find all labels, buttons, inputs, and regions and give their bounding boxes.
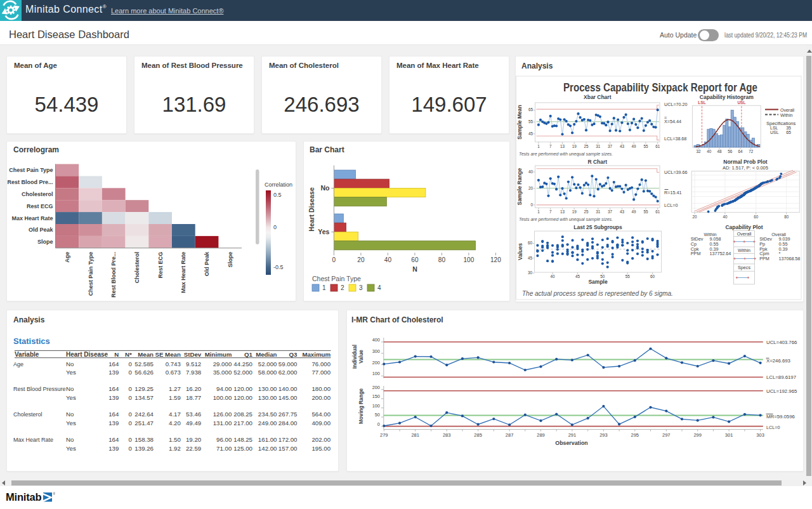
- svg-text:71.00: 71.00: [216, 445, 232, 452]
- svg-text:Overall: Overall: [737, 231, 752, 237]
- svg-text:234.50: 234.50: [258, 411, 277, 418]
- svg-text:0: 0: [273, 224, 277, 230]
- svg-text:297: 297: [662, 432, 671, 438]
- svg-text:UCL=70.20: UCL=70.20: [664, 102, 688, 107]
- svg-text:0: 0: [377, 421, 380, 427]
- svg-text:UCL=39.66: UCL=39.66: [664, 169, 688, 175]
- svg-text:251.47: 251.47: [134, 420, 154, 426]
- svg-text:PPM: PPM: [759, 256, 769, 261]
- svg-text:Moving Range: Moving Range: [358, 388, 364, 424]
- svg-text:45: 45: [575, 274, 580, 279]
- svg-text:LSL: LSL: [770, 126, 778, 130]
- svg-text:Old Peak: Old Peak: [29, 227, 54, 233]
- svg-text:USL: USL: [737, 100, 745, 105]
- svg-text:139: 139: [108, 420, 119, 426]
- svg-text:Yes: Yes: [66, 369, 76, 376]
- svg-text:1: 1: [537, 144, 540, 149]
- svg-text:0: 0: [128, 445, 132, 452]
- svg-text:48: 48: [717, 149, 722, 154]
- svg-text:Rest ECG: Rest ECG: [27, 203, 53, 209]
- svg-text:202.00: 202.00: [311, 436, 331, 443]
- svg-text:100: 100: [464, 256, 475, 263]
- svg-text:Chest Pain Type: Chest Pain Type: [312, 275, 361, 282]
- svg-text:Yes: Yes: [318, 228, 329, 235]
- svg-text:LCL=0: LCL=0: [664, 202, 678, 208]
- svg-text:200.00: 200.00: [311, 394, 331, 401]
- svg-text:Xbar Chart: Xbar Chart: [584, 94, 612, 100]
- svg-text:299: 299: [693, 432, 702, 438]
- svg-text:43: 43: [620, 144, 625, 149]
- svg-text:55: 55: [643, 144, 648, 149]
- svg-text:PPM: PPM: [691, 251, 701, 256]
- svg-text:N: N: [412, 265, 417, 273]
- svg-text:No: No: [66, 411, 74, 418]
- svg-text:20: 20: [357, 256, 365, 263]
- svg-text:SE Mean: SE Mean: [155, 351, 181, 358]
- svg-text:Slope: Slope: [227, 252, 233, 268]
- svg-text:16.20: 16.20: [186, 385, 202, 392]
- svg-text:Tests are performed with unequ: Tests are performed with unequal sample …: [519, 152, 613, 157]
- svg-text:22.59: 22.59: [186, 445, 201, 452]
- svg-text:60: 60: [754, 215, 759, 219]
- svg-text:X=246.693: X=246.693: [766, 358, 790, 364]
- svg-text:100: 100: [372, 403, 380, 409]
- svg-text:142.00: 142.00: [258, 445, 277, 452]
- svg-text:13: 13: [560, 209, 565, 214]
- svg-text:0.5: 0.5: [273, 192, 282, 198]
- svg-text:4.17: 4.17: [169, 411, 181, 418]
- svg-text:52.000: 52.000: [233, 369, 252, 376]
- svg-text:Rest ECG: Rest ECG: [157, 252, 164, 279]
- svg-text:Rest Blood Pre...: Rest Blood Pre...: [110, 252, 117, 298]
- svg-text:35: 35: [786, 126, 791, 130]
- svg-text:40: 40: [550, 274, 555, 279]
- svg-text:49: 49: [632, 144, 637, 149]
- svg-text:Individual: Individual: [352, 345, 358, 369]
- svg-text:285: 285: [474, 432, 482, 438]
- svg-text:148.25: 148.25: [233, 436, 252, 443]
- svg-text:3: 3: [359, 284, 363, 291]
- svg-text:409.00: 409.00: [311, 420, 331, 426]
- svg-text:Capability Histogram: Capability Histogram: [700, 94, 754, 100]
- svg-text:No: No: [66, 436, 74, 443]
- svg-text:LCL=38.68: LCL=38.68: [664, 136, 686, 142]
- svg-text:Tests are performed with unequ: Tests are performed with unequal sample …: [519, 217, 613, 222]
- svg-text:13: 13: [560, 144, 565, 149]
- svg-text:40: 40: [528, 169, 534, 174]
- svg-text:40: 40: [723, 215, 728, 219]
- svg-text:Value: Value: [358, 350, 364, 364]
- svg-text:AD: 1.517, P: < 0.005: AD: 1.517, P: < 0.005: [723, 165, 768, 171]
- svg-text:1: 1: [322, 284, 326, 291]
- svg-text:N*: N*: [125, 351, 132, 358]
- svg-text:200: 200: [372, 385, 380, 390]
- svg-text:120.00: 120.00: [233, 394, 252, 401]
- svg-text:0.673: 0.673: [166, 369, 181, 376]
- svg-text:®: ®: [53, 492, 56, 496]
- svg-text:37: 37: [608, 144, 613, 149]
- svg-text:180.00: 180.00: [311, 385, 331, 392]
- svg-text:Max Heart Rate: Max Heart Rate: [180, 252, 187, 293]
- svg-text:62.000: 62.000: [278, 369, 298, 376]
- svg-text:94.00: 94.00: [216, 385, 232, 392]
- svg-text:Last 25 Subgroups: Last 25 Subgroups: [573, 224, 622, 230]
- svg-text:Yes: Yes: [66, 394, 76, 401]
- svg-text:1.27: 1.27: [169, 385, 181, 392]
- svg-text:131.00: 131.00: [213, 420, 232, 426]
- svg-text:164: 164: [108, 436, 119, 443]
- svg-text:Capability Plot: Capability Plot: [725, 224, 763, 230]
- svg-text:300: 300: [372, 348, 380, 354]
- svg-text:Rest Blood Pressure: Rest Blood Pressure: [13, 386, 66, 392]
- svg-text:295: 295: [631, 432, 639, 438]
- svg-text:Max Heart Rate: Max Heart Rate: [13, 437, 53, 443]
- svg-text:64: 64: [738, 149, 743, 154]
- svg-text:60: 60: [650, 274, 655, 279]
- svg-text:USL: USL: [770, 130, 779, 135]
- svg-text:150: 150: [372, 393, 380, 399]
- svg-text:284.00: 284.00: [278, 420, 298, 426]
- svg-text:55: 55: [643, 209, 648, 214]
- svg-text:172.00: 172.00: [278, 436, 298, 443]
- svg-text:139: 139: [108, 394, 119, 401]
- svg-text:208.25: 208.25: [233, 411, 252, 418]
- svg-text:Specs: Specs: [738, 265, 750, 270]
- svg-text:19: 19: [572, 209, 577, 214]
- svg-text:0: 0: [128, 420, 132, 426]
